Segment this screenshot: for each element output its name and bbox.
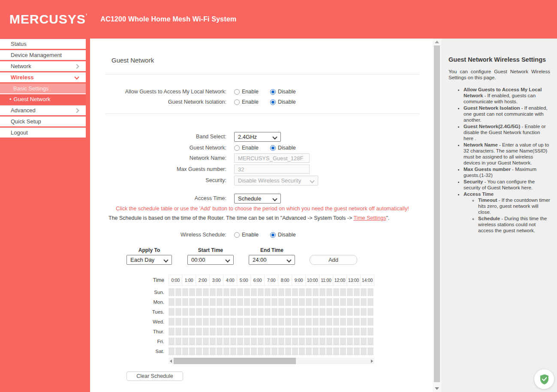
schedule-cell[interactable]	[340, 347, 346, 355]
schedule-cell[interactable]	[223, 338, 229, 345]
schedule-cell[interactable]	[217, 318, 223, 326]
schedule-cell[interactable]	[306, 298, 312, 306]
schedule-cell[interactable]	[333, 288, 339, 296]
schedule-cell[interactable]	[265, 298, 271, 306]
schedule-cell[interactable]	[278, 288, 284, 296]
schedule-cell[interactable]	[292, 347, 298, 355]
schedule-cell[interactable]	[278, 328, 284, 335]
schedule-cell[interactable]	[313, 308, 319, 316]
schedule-cell[interactable]	[299, 318, 305, 326]
schedule-cell[interactable]	[271, 328, 277, 335]
sidebar-item-wireless[interactable]: Wireless	[0, 72, 86, 82]
time-settings-link[interactable]: Time Settings	[353, 215, 386, 221]
allow-guests-enable-radio[interactable]: Enable	[234, 89, 270, 95]
network-name-input[interactable]	[234, 153, 310, 163]
schedule-cell[interactable]	[306, 308, 312, 316]
wireless-schedule-disable-radio[interactable]: Disable	[270, 232, 306, 238]
schedule-cell[interactable]	[196, 308, 202, 316]
schedule-cell[interactable]	[258, 298, 264, 306]
schedule-cell[interactable]	[244, 338, 250, 345]
schedule-cell[interactable]	[313, 288, 319, 296]
schedule-cell[interactable]	[333, 298, 339, 306]
guest-network-disable-radio[interactable]: Disable	[270, 145, 306, 151]
schedule-cell[interactable]	[169, 328, 175, 335]
schedule-cell[interactable]	[306, 338, 312, 345]
schedule-cell[interactable]	[217, 347, 223, 355]
schedule-cell[interactable]	[367, 328, 373, 335]
sidebar-item-status[interactable]: Status	[0, 39, 86, 49]
schedule-cell[interactable]	[319, 318, 325, 326]
schedule-cell[interactable]	[299, 298, 305, 306]
schedule-cell[interactable]	[210, 298, 216, 306]
schedule-cell[interactable]	[182, 328, 188, 335]
schedule-cell[interactable]	[230, 318, 236, 326]
isolation-disable-radio[interactable]: Disable	[270, 99, 306, 105]
schedule-cell[interactable]	[347, 318, 353, 326]
schedule-cell[interactable]	[333, 308, 339, 316]
schedule-cell[interactable]	[196, 347, 202, 355]
schedule-cell[interactable]	[313, 347, 319, 355]
schedule-cell[interactable]	[223, 328, 229, 335]
schedule-cell[interactable]	[196, 318, 202, 326]
schedule-cell[interactable]	[196, 298, 202, 306]
schedule-cell[interactable]	[271, 298, 277, 306]
schedule-cell[interactable]	[361, 328, 367, 335]
schedule-cell[interactable]	[333, 347, 339, 355]
schedule-cell[interactable]	[189, 328, 195, 335]
schedule-cell[interactable]	[292, 338, 298, 345]
schedule-cell[interactable]	[333, 318, 339, 326]
schedule-cell[interactable]	[244, 318, 250, 326]
sidebar-item-network[interactable]: Network	[0, 61, 86, 71]
schedule-cell[interactable]	[319, 298, 325, 306]
schedule-cell[interactable]	[367, 347, 373, 355]
schedule-cell[interactable]	[169, 298, 175, 306]
schedule-cell[interactable]	[182, 338, 188, 345]
schedule-cell[interactable]	[326, 308, 332, 316]
schedule-cell[interactable]	[299, 328, 305, 335]
schedule-cell[interactable]	[237, 318, 243, 326]
schedule-cell[interactable]	[292, 288, 298, 296]
schedule-cell[interactable]	[196, 328, 202, 335]
schedule-cell[interactable]	[340, 298, 346, 306]
schedule-cell[interactable]	[354, 298, 360, 306]
schedule-cell[interactable]	[210, 347, 216, 355]
guest-network-enable-radio[interactable]: Enable	[234, 145, 270, 151]
vertical-scrollbar-thumb[interactable]	[434, 45, 440, 382]
schedule-cell[interactable]	[244, 347, 250, 355]
schedule-cell[interactable]	[306, 318, 312, 326]
schedule-cell[interactable]	[333, 328, 339, 335]
schedule-cell[interactable]	[203, 328, 209, 335]
schedule-cell[interactable]	[292, 308, 298, 316]
schedule-cell[interactable]	[361, 347, 367, 355]
schedule-cell[interactable]	[306, 347, 312, 355]
schedule-cell[interactable]	[326, 318, 332, 326]
schedule-cell[interactable]	[244, 298, 250, 306]
scroll-down-arrow-icon[interactable]	[435, 387, 439, 390]
schedule-cell[interactable]	[203, 347, 209, 355]
schedule-cell[interactable]	[210, 318, 216, 326]
schedule-cell[interactable]	[251, 347, 257, 355]
band-select-dropdown[interactable]: 2.4GHz	[234, 132, 281, 142]
wireless-schedule-enable-radio[interactable]: Enable	[234, 232, 270, 238]
schedule-cell[interactable]	[354, 347, 360, 355]
schedule-cell[interactable]	[354, 288, 360, 296]
schedule-cell[interactable]	[230, 288, 236, 296]
schedule-cell[interactable]	[182, 318, 188, 326]
horizontal-scrollbar[interactable]	[169, 358, 374, 364]
schedule-cell[interactable]	[347, 308, 353, 316]
schedule-cell[interactable]	[258, 288, 264, 296]
schedule-cell[interactable]	[251, 298, 257, 306]
clear-schedule-button[interactable]: Clear Schedule	[126, 371, 183, 381]
schedule-cell[interactable]	[189, 298, 195, 306]
schedule-cell[interactable]	[189, 288, 195, 296]
schedule-cell[interactable]	[340, 318, 346, 326]
schedule-cell[interactable]	[203, 298, 209, 306]
schedule-cell[interactable]	[265, 308, 271, 316]
schedule-cell[interactable]	[230, 298, 236, 306]
schedule-cell[interactable]	[265, 318, 271, 326]
schedule-cell[interactable]	[319, 338, 325, 345]
schedule-cell[interactable]	[326, 328, 332, 335]
schedule-cell[interactable]	[285, 308, 291, 316]
schedule-cell[interactable]	[319, 328, 325, 335]
schedule-cell[interactable]	[175, 347, 181, 355]
